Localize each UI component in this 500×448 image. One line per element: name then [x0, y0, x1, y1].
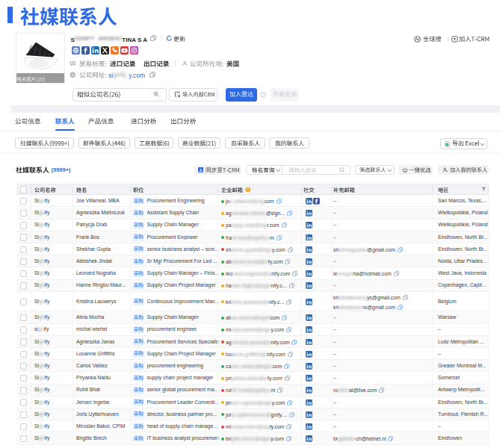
- svg-text:?: ?: [247, 187, 249, 191]
